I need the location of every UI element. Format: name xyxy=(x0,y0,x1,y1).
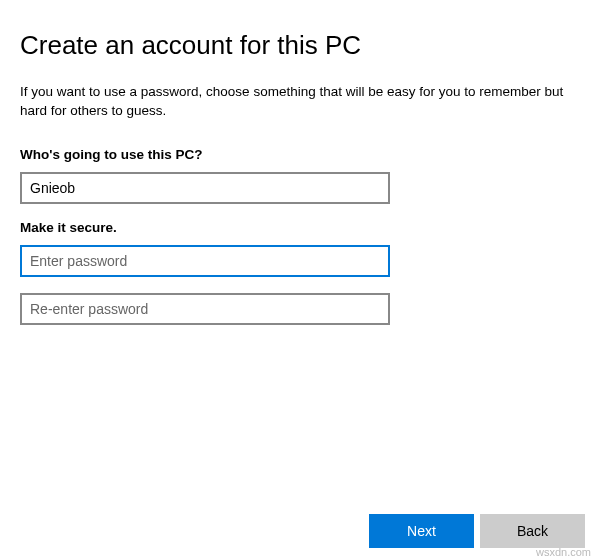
footer-buttons: Next Back xyxy=(369,514,585,548)
username-label: Who's going to use this PC? xyxy=(20,147,575,162)
page-description: If you want to use a password, choose so… xyxy=(20,83,575,121)
password-section-label: Make it secure. xyxy=(20,220,575,235)
page-title: Create an account for this PC xyxy=(20,30,575,61)
confirm-password-input[interactable] xyxy=(20,293,390,325)
username-input[interactable] xyxy=(20,172,390,204)
password-input[interactable] xyxy=(20,245,390,277)
back-button[interactable]: Back xyxy=(480,514,585,548)
next-button[interactable]: Next xyxy=(369,514,474,548)
account-setup-panel: Create an account for this PC If you wan… xyxy=(0,0,595,325)
